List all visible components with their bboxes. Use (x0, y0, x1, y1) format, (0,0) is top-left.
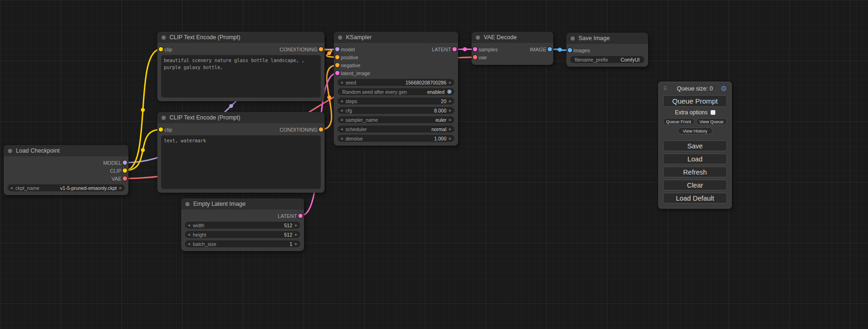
increment-arrow-icon[interactable]: ▶ (446, 79, 454, 86)
node-clip-text-encode-positive[interactable]: CLIP Text Encode (Prompt) clip CONDITION… (157, 32, 325, 101)
prompt-textarea[interactable]: text, watermark (161, 135, 321, 189)
decrement-arrow-icon[interactable]: ◀ (338, 79, 346, 86)
collapse-dot[interactable] (338, 35, 342, 40)
scheduler-widget[interactable]: ◀ scheduler normal ▶ (338, 126, 454, 133)
latent-output-port[interactable] (298, 214, 303, 218)
denoise-widget[interactable]: ◀ denoise 1.000 ▶ (338, 135, 454, 142)
link-midpoint-dot[interactable] (327, 51, 331, 55)
load-default-button[interactable]: Load Default (663, 193, 727, 203)
link-midpoint-dot[interactable] (141, 108, 145, 112)
next-value-arrow-icon[interactable]: ▶ (446, 116, 454, 123)
positive-input-port[interactable] (335, 55, 339, 59)
collapse-dot[interactable] (476, 35, 480, 40)
decrement-arrow-icon[interactable]: ◀ (338, 135, 346, 142)
increment-arrow-icon[interactable]: ▶ (446, 135, 454, 142)
images-input-port[interactable] (568, 48, 572, 52)
collapse-dot[interactable] (8, 149, 12, 153)
node-title-bar[interactable]: VAE Decode (472, 32, 553, 43)
clip-input-port[interactable] (159, 127, 163, 132)
node-save-image[interactable]: Save Image images filename_prefix ComfyU… (566, 33, 648, 67)
prev-value-arrow-icon[interactable]: ◀ (338, 116, 346, 123)
increment-arrow-icon[interactable]: ▶ (292, 240, 300, 247)
clip-output-port[interactable] (123, 168, 127, 173)
model-output-port[interactable] (123, 161, 127, 165)
queue-front-button[interactable]: Queue Front (663, 118, 694, 125)
filename-prefix-widget[interactable]: filename_prefix ComfyUI (570, 56, 644, 63)
clear-button[interactable]: Clear (663, 180, 727, 190)
collapse-dot[interactable] (162, 116, 166, 120)
negative-input-port[interactable] (335, 63, 339, 67)
node-ksampler[interactable]: KSampler model LATENT positive negative … (334, 32, 458, 146)
link-midpoint-dot[interactable] (229, 104, 233, 108)
decrement-arrow-icon[interactable]: ◀ (338, 107, 346, 114)
decrement-arrow-icon[interactable]: ◀ (185, 231, 193, 238)
drag-handle-icon[interactable]: ⠿ (663, 85, 667, 92)
width-widget[interactable]: ◀ width 512 ▶ (185, 222, 300, 229)
latent-output-port[interactable] (452, 47, 457, 51)
prev-value-arrow-icon[interactable]: ◀ (7, 184, 15, 191)
increment-arrow-icon[interactable]: ▶ (446, 98, 454, 105)
height-widget[interactable]: ◀ height 512 ▶ (185, 231, 300, 238)
input-label: images (573, 48, 590, 53)
node-title-bar[interactable]: KSampler (334, 32, 458, 43)
conditioning-output-port[interactable] (319, 47, 323, 51)
load-button[interactable]: Load (663, 154, 727, 164)
random-seed-toggle-widget[interactable]: Random seed after every gen enabled (338, 88, 454, 95)
increment-arrow-icon[interactable]: ▶ (446, 107, 454, 114)
vae-input-port[interactable] (473, 55, 477, 59)
increment-arrow-icon[interactable]: ▶ (292, 231, 300, 238)
input-label: latent_image (341, 70, 370, 76)
steps-widget[interactable]: ◀ steps 20 ▶ (338, 98, 454, 105)
save-button[interactable]: Save (663, 140, 727, 151)
sampler-name-widget[interactable]: ◀ sampler_name euler ▶ (338, 116, 454, 123)
latent-image-input-port[interactable] (335, 71, 339, 75)
decrement-arrow-icon[interactable]: ◀ (185, 222, 193, 229)
node-clip-text-encode-negative[interactable]: CLIP Text Encode (Prompt) clip CONDITION… (157, 112, 325, 193)
link-midpoint-dot[interactable] (558, 48, 562, 51)
collapse-dot[interactable] (185, 202, 190, 206)
node-empty-latent-image[interactable]: Empty Latent Image LATENT ◀ width 512 ▶ … (181, 198, 304, 251)
vae-output-port[interactable] (123, 176, 127, 181)
model-input-port[interactable] (335, 47, 339, 51)
queue-prompt-button[interactable]: Queue Prompt (663, 95, 727, 107)
next-value-arrow-icon[interactable]: ▶ (446, 126, 454, 133)
batch-size-widget[interactable]: ◀ batch_size 1 ▶ (185, 240, 300, 247)
samples-input-port[interactable] (473, 47, 477, 51)
toggle-dot[interactable] (447, 90, 452, 94)
widget-value: 512 (284, 223, 292, 228)
node-load-checkpoint[interactable]: Load Checkpoint MODEL CLIP VAE ◀ ckpt_na… (4, 145, 128, 195)
node-title-bar[interactable]: CLIP Text Encode (Prompt) (157, 32, 325, 43)
node-vae-decode[interactable]: VAE Decode samples IMAGE vae (472, 32, 553, 65)
collapse-dot[interactable] (162, 35, 166, 40)
decrement-arrow-icon[interactable]: ◀ (338, 98, 346, 105)
next-value-arrow-icon[interactable]: ▶ (117, 184, 125, 191)
ckpt-name-widget[interactable]: ◀ ckpt_name v1-5-pruned-emaonly.ckpt ▶ (7, 184, 125, 191)
output-label: CLIP (110, 168, 121, 174)
image-output-port[interactable] (548, 47, 552, 51)
widget-value: 20 (441, 98, 446, 104)
link-midpoint-dot[interactable] (463, 47, 466, 51)
refresh-button[interactable]: Refresh (663, 167, 727, 177)
node-title-bar[interactable]: Empty Latent Image (181, 198, 304, 210)
settings-gear-icon[interactable]: ⚙ (721, 85, 727, 92)
extra-options-checkbox[interactable] (711, 110, 715, 115)
prev-value-arrow-icon[interactable]: ◀ (338, 126, 346, 133)
node-title-bar[interactable]: Load Checkpoint (4, 145, 128, 156)
link-midpoint-dot[interactable] (141, 148, 145, 152)
clip-input-port[interactable] (159, 47, 163, 51)
cfg-widget[interactable]: ◀ cfg 8.000 ▶ (338, 107, 454, 114)
slot-row: VAE (4, 175, 128, 182)
view-queue-button[interactable]: View Queue (696, 118, 727, 125)
view-history-button[interactable]: View History (678, 127, 713, 134)
node-title-bar[interactable]: Save Image (566, 33, 648, 44)
increment-arrow-icon[interactable]: ▶ (292, 222, 300, 229)
node-title-bar[interactable]: CLIP Text Encode (Prompt) (157, 112, 325, 123)
decrement-arrow-icon[interactable]: ◀ (185, 240, 193, 247)
node-graph-canvas[interactable]: Load Checkpoint MODEL CLIP VAE ◀ ckpt_na… (0, 0, 868, 329)
link-midpoint-dot[interactable] (327, 95, 331, 99)
seed-widget[interactable]: ◀ seed 156680208700286 ▶ (338, 79, 454, 86)
widget-list: ◀ width 512 ▶ ◀ height 512 ▶ ◀ batch_siz… (181, 220, 304, 247)
prompt-textarea[interactable]: beautiful scenery nature glass bottle la… (161, 55, 321, 98)
conditioning-output-port[interactable] (319, 127, 323, 132)
collapse-dot[interactable] (571, 36, 575, 41)
